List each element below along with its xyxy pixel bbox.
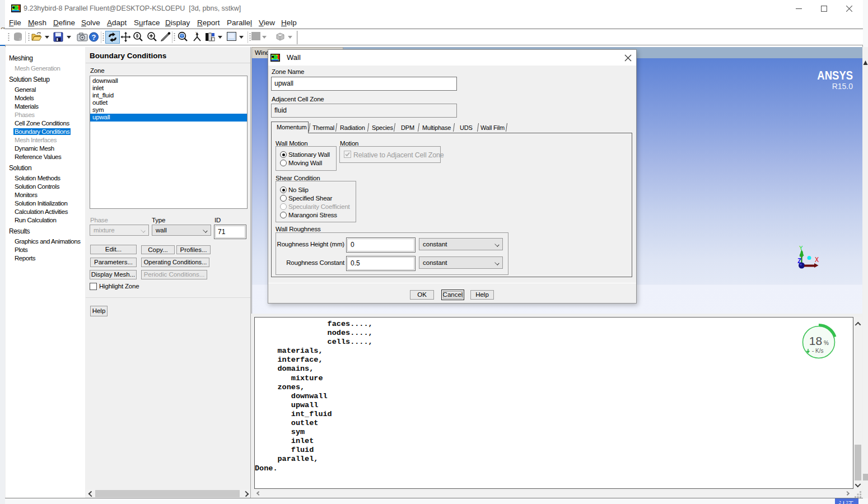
svg-text:X: X bbox=[815, 256, 819, 264]
svg-text:- K/s: - K/s bbox=[812, 348, 824, 354]
svg-text:?: ? bbox=[92, 33, 96, 41]
svg-text:18: 18 bbox=[809, 334, 822, 347]
svg-text:Y: Y bbox=[799, 245, 803, 251]
svg-text:%: % bbox=[824, 340, 829, 346]
svg-text:Y: Y bbox=[195, 31, 198, 35]
